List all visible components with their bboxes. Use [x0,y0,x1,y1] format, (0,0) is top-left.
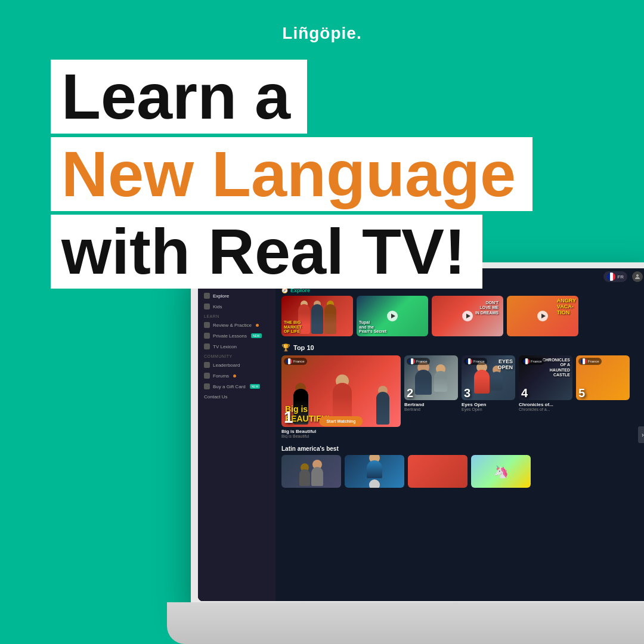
card-title-jupai: Tupaiand thePearl's Secret [359,320,386,334]
play-triangle-angry [541,314,546,318]
svg-point-0 [636,274,639,277]
top10-section: 🏆 Top 10 France [275,341,644,442]
explore-icon [204,293,210,299]
flag-tag-2: France [407,358,430,365]
main-content: FR 🧭 Explore [275,268,644,601]
headline-text-line3: with Real TV! [61,215,466,287]
top10-header: 🏆 Top 10 [281,343,643,352]
gift-badge: NEW [250,384,261,389]
play-button-love[interactable] [462,311,473,321]
user-avatar[interactable] [632,271,643,282]
language-selector[interactable]: FR [603,271,627,282]
sidebar-item-forums[interactable]: Forums [198,370,275,381]
laptop: 🎬 Explore Kids LEARN Review & Practice [167,262,644,644]
top10-title: Top 10 [293,344,314,351]
headline-line1: Learn a [51,60,307,134]
review-badge [256,324,259,327]
latin-header: Latin america's best [281,445,643,452]
sidebar-item-lessons[interactable]: Private Lessons NEW [198,330,275,341]
rank-4: 4 [521,387,528,399]
top10-card-5[interactable]: France 5 [576,355,630,438]
leaderboard-icon [204,362,210,368]
play-button-angry[interactable] [537,311,548,321]
card-title-love: DON'TLOVE MEIN DREAMS [475,301,499,315]
language-code: FR [617,274,624,280]
sidebar-section-community: COMMUNITY [198,352,275,360]
sidebar-item-gift[interactable]: Buy a Gift Card NEW [198,381,275,392]
card-sub-2: Bertrand [404,407,458,411]
start-watching-button[interactable]: Start Watching [319,416,363,426]
next-arrow[interactable]: › [638,426,643,438]
sidebar-item-review[interactable]: Review & Practice [198,320,275,330]
card-sub-1: Big is Beautiful [281,434,401,438]
rank-5: 5 [578,387,585,399]
logo: Liñgöpie. [282,24,361,42]
sidebar-label-kids: Kids [213,304,222,309]
featured-shows-row: THE BIGMARKETOF LIFE Tupaiand thePearl's… [275,296,644,341]
sidebar-label-contact: Contact Us [204,394,228,400]
sidebar: 🎬 Explore Kids LEARN Review & Practice [198,268,275,601]
card-title-1: Big is Beautiful [281,429,401,434]
sidebar-label-gift: Buy a Gift Card [213,384,246,389]
review-icon [204,322,210,328]
show-card-market[interactable]: THE BIGMARKETOF LIFE [281,296,353,336]
sidebar-item-leaderboard[interactable]: Leaderboard [198,360,275,370]
card-sub-3: Eyes Open [462,407,515,411]
laptop-screen-outer: 🎬 Explore Kids LEARN Review & Practice [191,262,644,608]
card-title-4: Chronicles of... [519,402,572,407]
headline-text-line2: New Language [61,138,516,210]
top10-card-4[interactable]: France CHRONICLESOF AHAUNTEDCASTLE 4 Chr… [519,355,572,438]
app-ui: 🎬 Explore Kids LEARN Review & Practice [198,268,644,601]
latin-cards: 🦄 [281,455,643,488]
sidebar-item-contact[interactable]: Contact Us [198,392,275,402]
sidebar-item-kids[interactable]: Kids [198,301,275,312]
top10-card-1[interactable]: France Big isBEAUTIFUL 1 [281,355,401,438]
card-title-market: THE BIGMARKETOF LIFE [284,320,302,334]
forums-icon [204,373,210,379]
forums-badge [233,374,236,377]
headline-text-line1: Learn a [61,60,290,132]
latin-card-1[interactable] [281,455,341,488]
sidebar-item-lexicon[interactable]: TV Lexicon [198,341,275,352]
flag-label-4: France [531,360,542,363]
france-flag [607,273,615,281]
gift-icon [204,383,210,389]
sidebar-label-leaderboard: Leaderboard [213,363,240,368]
top10-card-2[interactable]: France 2 Bertrand [404,355,458,438]
flag-label-1: France [293,360,305,363]
lexicon-icon [204,343,210,349]
card-info-2: Bertrand Bertrand [404,402,458,411]
top10-card-3[interactable]: France EYESOPEN 3 [462,355,515,438]
card-title-3: Eyes Open [462,402,515,407]
headline-block: Learn a New Language with Real TV! [51,60,532,289]
sidebar-item-explore[interactable]: Explore [198,290,275,301]
sidebar-section-learn: LEARN [198,312,275,320]
play-button-jupai[interactable] [387,311,398,321]
flag-tag-3: France [464,358,487,365]
card-info-3: Eyes Open Eyes Open [462,402,515,411]
sidebar-label-lexicon: TV Lexicon [213,344,237,349]
top10-cards: France Big isBEAUTIFUL 1 [281,355,643,438]
show-card-jupai[interactable]: Tupaiand thePearl's Secret [357,296,428,336]
show-card-angry[interactable]: ANGRYVACA-TION [507,296,578,336]
latin-card-3[interactable] [408,455,467,488]
lessons-icon [204,333,210,339]
flag-tag-4: France [521,358,544,365]
lessons-badge: NEW [251,333,262,338]
kids-icon [204,304,210,309]
sidebar-label-lessons: Private Lessons [213,333,247,339]
laptop-base [167,602,644,644]
show-card-love[interactable]: DON'TLOVE MEIN DREAMS [432,296,503,336]
rank-2: 2 [407,387,413,399]
flag-tag-1: France [284,358,307,365]
laptop-screen-bezel: 🎬 Explore Kids LEARN Review & Practice [198,268,644,601]
flag-label-5: France [588,360,599,363]
card-info-1: Big is Beautiful Big is Beautiful [281,429,401,438]
latin-card-4[interactable]: 🦄 [471,455,531,488]
sidebar-label-review: Review & Practice [213,323,252,328]
card-sub-4: Chronicles of a... [519,407,572,411]
flag-label-2: France [416,360,428,363]
latin-card-2[interactable] [345,455,404,488]
play-triangle-love [466,314,470,318]
card-info-4: Chronicles of... Chronicles of a... [519,402,572,411]
